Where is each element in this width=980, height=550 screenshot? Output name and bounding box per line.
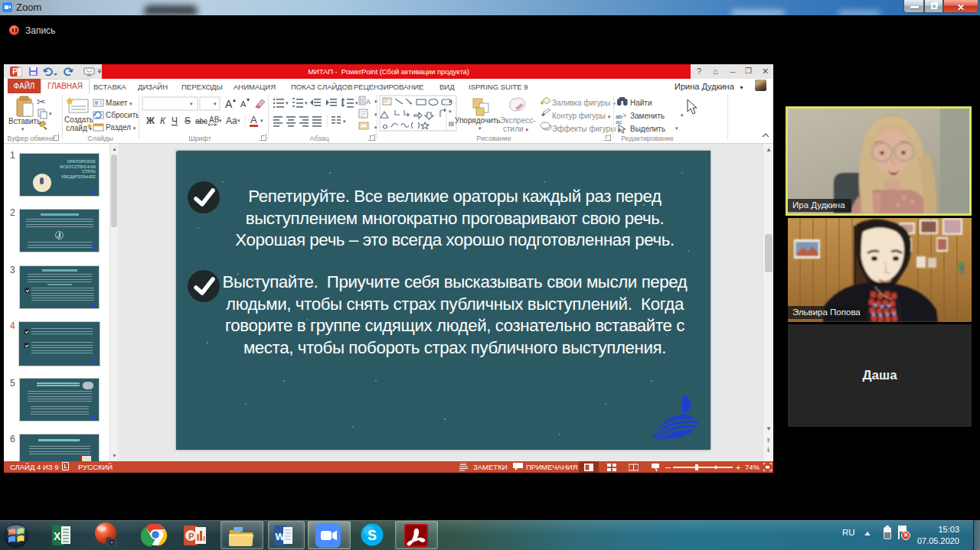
svg-text:▾: ▾ [305, 100, 308, 106]
svg-text:▾: ▾ [219, 118, 222, 123]
svg-text:А: А [250, 114, 257, 125]
svg-text:P: P [188, 532, 194, 541]
svg-text:W: W [276, 531, 286, 542]
svg-text:A: A [366, 98, 371, 106]
svg-text:▴: ▴ [233, 96, 236, 103]
svg-text:Aa: Aa [226, 116, 237, 126]
svg-text:А: А [240, 99, 247, 109]
svg-text:Ж: Ж [145, 116, 155, 126]
svg-text:▴: ▴ [449, 98, 452, 103]
svg-text:▾: ▾ [343, 119, 346, 124]
svg-text:▾: ▾ [237, 118, 240, 123]
svg-text:▾: ▾ [681, 112, 684, 118]
svg-text:abc: abc [195, 117, 207, 125]
svg-text:Ч: Ч [172, 116, 178, 126]
svg-text:S: S [368, 528, 377, 543]
svg-text:▾: ▾ [190, 101, 193, 106]
svg-text:▾: ▾ [260, 118, 263, 123]
svg-text:К: К [160, 116, 166, 126]
svg-text:S: S [185, 116, 191, 126]
svg-text:▾: ▾ [449, 109, 452, 114]
svg-text:А: А [225, 98, 233, 110]
svg-text:▾: ▾ [675, 125, 678, 131]
svg-text:X: X [54, 530, 61, 542]
svg-text:АВ: АВ [209, 116, 220, 124]
svg-text:▾: ▾ [355, 100, 358, 106]
svg-text:▾: ▾ [286, 100, 289, 106]
svg-text:✂: ✂ [37, 96, 46, 108]
svg-text:▾: ▾ [49, 111, 52, 116]
svg-text:▾: ▾ [214, 101, 217, 106]
svg-text:▾: ▾ [247, 96, 250, 103]
